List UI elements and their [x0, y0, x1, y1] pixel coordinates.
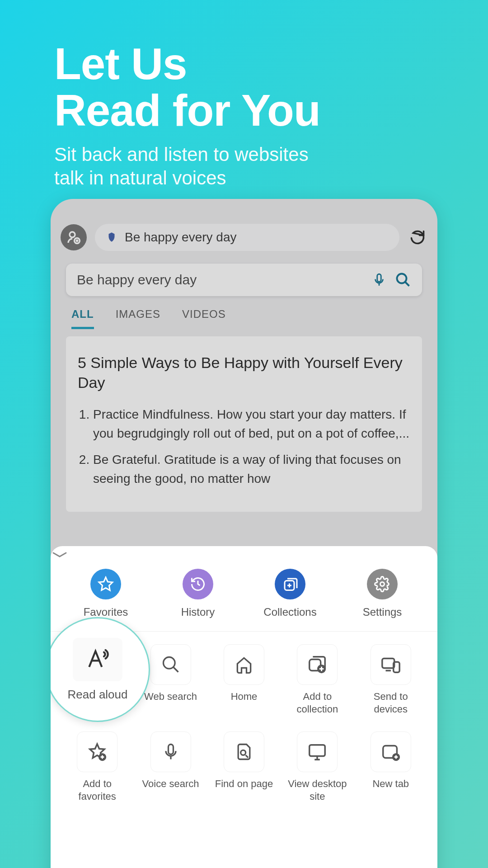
- top-bar: Be happy every day: [61, 224, 427, 251]
- web-search-label: Web search: [144, 690, 197, 703]
- history-label: History: [181, 606, 215, 618]
- search-field[interactable]: Be happy every day: [66, 264, 422, 296]
- read-aloud-label: Read aloud: [68, 688, 128, 702]
- reload-button[interactable]: [408, 227, 427, 247]
- find-page-label: Find on page: [215, 778, 273, 790]
- favorites-label: Favorites: [84, 606, 128, 618]
- primary-collections[interactable]: Collections: [256, 569, 324, 618]
- hero-section: Let Us Read for You Sit back and listen …: [0, 0, 488, 208]
- svg-point-3: [397, 274, 407, 283]
- lock-icon: [106, 231, 117, 243]
- send-devices-tile: [371, 644, 411, 685]
- search-result-card[interactable]: 5 Simple Ways to Be Happy with Yourself …: [66, 336, 422, 512]
- new-tab-label: New tab: [372, 778, 409, 790]
- primary-settings[interactable]: Settings: [348, 569, 416, 618]
- search-tabs: ALL IMAGES VIDEOS: [61, 296, 427, 329]
- reload-icon: [409, 229, 426, 245]
- svg-point-13: [241, 750, 246, 755]
- address-bar[interactable]: Be happy every day: [95, 224, 399, 251]
- collections-circle: [275, 569, 305, 599]
- search-icon[interactable]: [395, 272, 411, 288]
- home-tile: [224, 644, 264, 685]
- tab-add-icon: [380, 741, 401, 762]
- hero-subtitle: Sit back and listen to websites talk in …: [54, 143, 434, 190]
- search-icon: [161, 655, 181, 675]
- tab-images[interactable]: IMAGES: [116, 308, 160, 329]
- new-tab-tile: [371, 731, 411, 772]
- star-add-icon: [87, 741, 108, 762]
- tab-all[interactable]: ALL: [71, 308, 94, 329]
- svg-rect-14: [310, 745, 325, 756]
- desktop-site-label: View desktop site: [283, 778, 351, 802]
- hero-title-line2: Read for You: [54, 85, 320, 135]
- svg-rect-12: [168, 745, 173, 755]
- result-item-2: Be Grateful. Gratitude is a way of livin…: [93, 450, 410, 488]
- settings-label: Settings: [363, 606, 402, 618]
- svg-point-0: [70, 232, 75, 237]
- address-text: Be happy every day: [125, 230, 237, 245]
- microphone-icon: [161, 742, 181, 762]
- hero-subtitle-line2: talk in natural voices: [54, 167, 226, 189]
- home-icon: [234, 655, 254, 675]
- svg-rect-9: [382, 659, 394, 668]
- action-find-on-page[interactable]: Find on page: [210, 731, 278, 790]
- result-title: 5 Simple Ways to Be Happy with Yourself …: [78, 353, 410, 392]
- action-voice-search[interactable]: Voice search: [137, 731, 205, 790]
- browser-chrome: Be happy every day Be happy every day AL…: [51, 199, 437, 519]
- desktop-site-tile: [297, 731, 338, 772]
- action-add-to-favorites[interactable]: Add to favorites: [63, 731, 131, 802]
- actions-row-2: Add to favorites Voice search Find on pa…: [51, 719, 437, 806]
- add-collection-label: Add to collection: [283, 690, 351, 715]
- devices-icon: [380, 654, 401, 675]
- star-icon: [98, 576, 114, 592]
- sheet-handle[interactable]: [51, 551, 437, 559]
- read-aloud-icon: [85, 647, 110, 672]
- svg-point-6: [163, 657, 175, 669]
- tab-videos[interactable]: VIDEOS: [182, 308, 226, 329]
- send-devices-label: Send to devices: [357, 690, 425, 715]
- hero-subtitle-line1: Sit back and listen to websites: [54, 144, 309, 165]
- home-label: Home: [231, 690, 258, 703]
- action-add-to-collection[interactable]: Add to collection: [283, 644, 351, 715]
- collections-label: Collections: [263, 606, 316, 618]
- collection-add-icon: [307, 654, 328, 675]
- svg-point-5: [380, 582, 385, 586]
- web-search-tile: [150, 644, 191, 685]
- add-favorites-tile: [77, 731, 117, 772]
- action-new-tab[interactable]: New tab: [357, 731, 425, 790]
- history-icon: [190, 576, 206, 592]
- gear-icon: [374, 576, 390, 592]
- microphone-icon[interactable]: [371, 272, 387, 288]
- find-page-tile: [224, 731, 264, 772]
- search-text: Be happy every day: [77, 272, 363, 288]
- add-collection-tile: [297, 644, 338, 685]
- profile-avatar[interactable]: [61, 224, 87, 250]
- voice-search-tile: [150, 731, 191, 772]
- primary-history[interactable]: History: [164, 569, 232, 618]
- svg-rect-2: [377, 274, 381, 282]
- settings-circle: [367, 569, 398, 599]
- history-circle: [183, 569, 213, 599]
- monitor-icon: [307, 741, 328, 762]
- chevron-down-icon: [51, 551, 69, 559]
- favorites-circle: [90, 569, 121, 599]
- add-favorites-label: Add to favorites: [63, 778, 131, 802]
- person-add-icon: [66, 229, 82, 245]
- action-home[interactable]: Home: [210, 644, 278, 703]
- primary-favorites[interactable]: Favorites: [72, 569, 140, 618]
- hero-title: Let Us Read for You: [54, 41, 434, 134]
- phone-frame: Be happy every day Be happy every day AL…: [51, 199, 437, 868]
- read-aloud-tile: [73, 638, 122, 681]
- result-item-1: Practice Mindfulness. How you start your…: [93, 405, 410, 443]
- result-list: Practice Mindfulness. How you start your…: [78, 405, 410, 488]
- action-send-to-devices[interactable]: Send to devices: [357, 644, 425, 715]
- action-view-desktop-site[interactable]: View desktop site: [283, 731, 351, 802]
- find-page-icon: [234, 742, 254, 762]
- collections-icon: [282, 576, 298, 592]
- voice-search-label: Voice search: [142, 778, 199, 790]
- hero-title-line1: Let Us: [54, 39, 187, 89]
